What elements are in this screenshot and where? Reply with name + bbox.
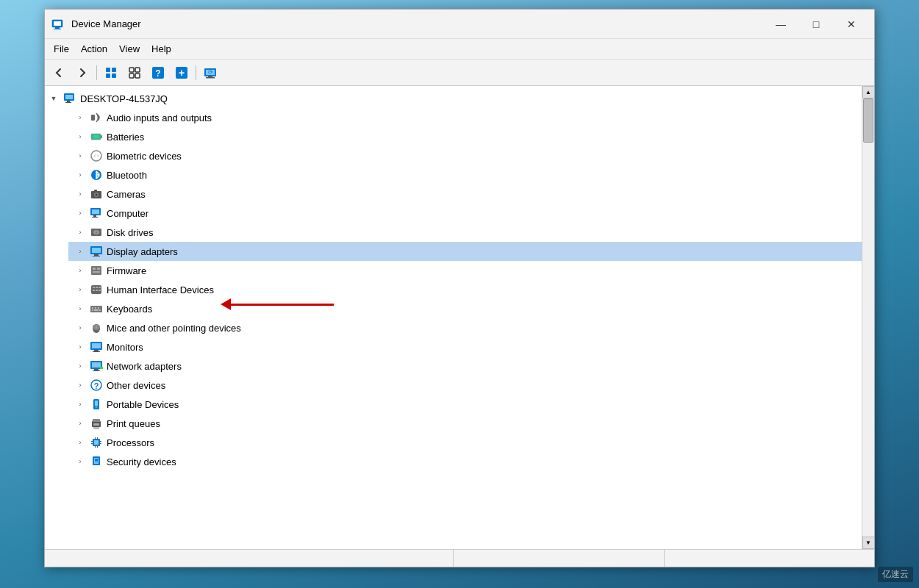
tree-item-audio[interactable]: › Audio inputs and outputs (68, 108, 862, 127)
svg-rect-91 (100, 443, 101, 444)
svg-rect-98 (95, 459, 98, 461)
scroll-track[interactable] (862, 98, 874, 537)
svg-rect-75 (93, 370, 100, 371)
svg-rect-93 (97, 437, 98, 439)
menu-action[interactable]: Action (75, 42, 113, 56)
status-segment-3 (665, 550, 875, 567)
security-icon (89, 454, 104, 469)
keyboards-icon (89, 301, 104, 316)
mice-label: Mice and other pointing devices (107, 323, 241, 334)
refresh-button[interactable]: ⟳ (199, 62, 221, 83)
show-all-button[interactable] (100, 62, 122, 83)
root-label: DESKTOP-4L537JQ (80, 93, 168, 104)
cameras-arrow[interactable]: › (74, 188, 86, 200)
root-expand-arrow[interactable]: ▼ (48, 93, 60, 104)
close-button[interactable]: ✕ (834, 12, 868, 36)
biometric-arrow[interactable]: › (74, 150, 86, 162)
svg-rect-84 (93, 419, 100, 422)
menu-view[interactable]: View (113, 42, 146, 56)
portable-arrow[interactable]: › (74, 398, 86, 410)
audio-icon (89, 110, 104, 125)
other-arrow[interactable]: › (74, 379, 86, 391)
print-arrow[interactable]: › (74, 417, 86, 429)
menu-help[interactable]: Help (146, 42, 177, 56)
tree-item-cameras[interactable]: › Cameras (68, 184, 862, 204)
tree-item-mice[interactable]: › Mice and other pointing devices (68, 318, 862, 337)
status-segment-1 (45, 550, 454, 567)
cameras-icon (89, 187, 104, 201)
tree-item-monitors[interactable]: › Monitors (68, 337, 862, 356)
audio-label: Audio inputs and outputs (107, 112, 212, 123)
svg-rect-89 (91, 443, 93, 444)
svg-rect-60 (95, 307, 96, 309)
tree-item-print[interactable]: › Print queues (68, 414, 862, 433)
svg-rect-59 (92, 307, 93, 309)
disk-arrow[interactable]: › (74, 226, 86, 238)
tree-item-display[interactable]: › Display adapters (68, 242, 862, 261)
computer-label: Computer (107, 208, 149, 219)
tree-item-processors[interactable]: › (68, 433, 862, 452)
tree-item-bluetooth[interactable]: › Bluetooth (68, 165, 862, 184)
svg-text:?: ? (155, 68, 160, 79)
collapse-button[interactable] (124, 62, 146, 83)
menu-file[interactable]: File (48, 42, 75, 56)
tree-item-security[interactable]: › Security devices (68, 452, 862, 471)
svg-rect-8 (129, 68, 134, 72)
hid-arrow[interactable]: › (74, 284, 86, 295)
svg-rect-2 (55, 27, 60, 29)
svg-rect-23 (67, 101, 70, 102)
mice-arrow[interactable]: › (74, 322, 86, 334)
tree-children: › Audio inputs and outputs › (45, 108, 862, 471)
tree-item-hid[interactable]: › Human Inter (68, 280, 862, 299)
svg-text:+: + (179, 67, 185, 79)
svg-rect-54 (99, 287, 101, 288)
tree-item-portable[interactable]: › Portable Devices (68, 395, 862, 414)
tree-panel[interactable]: ▼ DESKTOP-4L537JQ › (45, 86, 862, 549)
tree-item-firmware[interactable]: › Firmware (68, 261, 862, 280)
expand-button[interactable]: + (171, 62, 193, 83)
monitors-arrow[interactable]: › (74, 341, 86, 353)
window-controls: — □ ✕ (764, 12, 868, 36)
watermark: 亿速云 (878, 567, 913, 582)
svg-text:⟳: ⟳ (208, 69, 213, 76)
tree-item-disk[interactable]: › Disk drives (68, 223, 862, 242)
tree-item-network[interactable]: › Network adapters (68, 356, 862, 376)
forward-button[interactable] (71, 62, 93, 83)
svg-rect-1 (54, 21, 61, 26)
monitors-label: Monitors (107, 342, 143, 353)
tree-item-computer[interactable]: › Computer (68, 204, 862, 223)
scrollbar[interactable]: ▲ ▼ (862, 86, 874, 549)
processors-arrow[interactable]: › (74, 437, 86, 448)
svg-rect-99 (95, 462, 98, 462)
display-arrow[interactable]: › (74, 245, 86, 257)
batteries-label: Batteries (107, 132, 144, 143)
maximize-button[interactable]: □ (799, 12, 833, 36)
print-label: Print queues (107, 418, 160, 429)
tree-item-other[interactable]: › ? Other devices (68, 376, 862, 395)
security-arrow[interactable]: › (74, 456, 86, 467)
tree-item-keyboards[interactable]: › Keyboards (68, 299, 862, 318)
network-arrow[interactable]: › (74, 360, 86, 372)
firmware-label: Firmware (107, 265, 146, 276)
svg-rect-69 (92, 343, 101, 348)
svg-point-42 (96, 232, 97, 233)
minimize-button[interactable]: — (764, 12, 798, 36)
batteries-arrow[interactable]: › (74, 131, 86, 143)
svg-rect-50 (93, 271, 100, 273)
computer-arrow[interactable]: › (74, 207, 86, 219)
firmware-arrow[interactable]: › (74, 265, 86, 276)
keyboards-arrow[interactable]: › (74, 303, 86, 315)
back-button[interactable] (48, 62, 70, 83)
help-button[interactable]: ? (147, 62, 169, 83)
audio-arrow[interactable]: › (74, 112, 86, 123)
tree-root-item[interactable]: ▼ DESKTOP-4L537JQ (45, 89, 862, 108)
disk-label: Disk drives (107, 227, 154, 238)
bluetooth-arrow[interactable]: › (74, 169, 86, 181)
svg-rect-57 (99, 290, 101, 291)
network-icon (89, 359, 104, 373)
scroll-down-arrow[interactable]: ▼ (862, 537, 875, 549)
scroll-up-arrow[interactable]: ▲ (862, 86, 875, 98)
tree-item-biometric[interactable]: › Biometric devices (68, 146, 862, 165)
scroll-thumb[interactable] (863, 98, 873, 143)
tree-item-batteries[interactable]: › Batteries (68, 127, 862, 146)
